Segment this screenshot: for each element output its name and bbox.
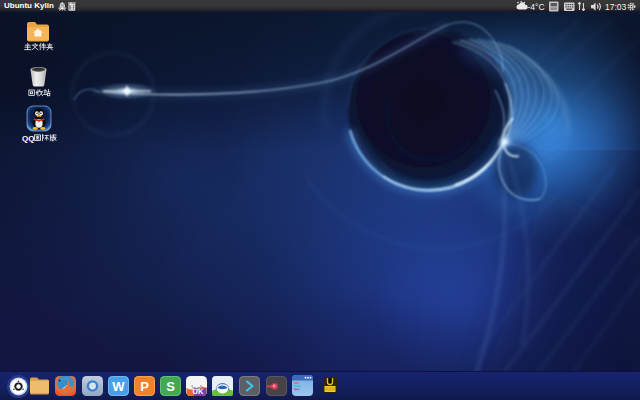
svg-text:P: P [140,379,149,394]
svg-text:-4°C: -4°C [528,2,545,12]
svg-text:W: W [112,379,125,394]
svg-text:17:03: 17:03 [605,2,627,12]
svg-text:S: S [166,379,175,394]
svg-text:UK: UK [193,387,204,396]
